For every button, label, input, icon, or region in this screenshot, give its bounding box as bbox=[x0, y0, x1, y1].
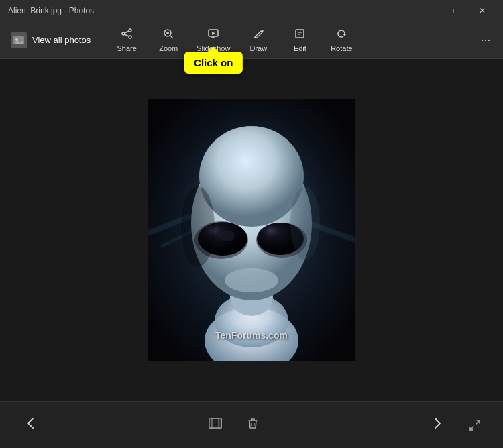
bottom-center bbox=[202, 412, 266, 439]
svg-point-3 bbox=[129, 29, 131, 32]
fullscreen-button[interactable] bbox=[463, 413, 487, 437]
svg-rect-17 bbox=[296, 30, 304, 38]
tooltip-text: Click on bbox=[194, 57, 233, 68]
bottom-bar bbox=[0, 401, 503, 448]
filmstrip-icon bbox=[208, 416, 223, 434]
svg-point-5 bbox=[129, 36, 131, 38]
svg-point-43 bbox=[181, 186, 215, 267]
photos-app-icon bbox=[11, 32, 27, 48]
close-button[interactable]: ✕ bbox=[467, 0, 498, 21]
next-icon bbox=[430, 416, 445, 435]
more-icon: ··· bbox=[480, 33, 490, 47]
previous-button[interactable] bbox=[16, 410, 46, 440]
rotate-button[interactable]: Rotate bbox=[321, 23, 361, 56]
slideshow-wrapper: Slideshow Click on bbox=[190, 23, 237, 56]
svg-line-6 bbox=[125, 31, 129, 33]
window-title: Alien_Brink.jpg - Photos bbox=[5, 6, 405, 15]
delete-icon bbox=[245, 416, 260, 434]
toolbar: View all photos Share bbox=[0, 21, 503, 59]
svg-point-42 bbox=[225, 268, 278, 292]
svg-line-9 bbox=[170, 36, 173, 38]
rotate-label: Rotate bbox=[331, 44, 352, 52]
main-content: TenForums.com bbox=[0, 59, 503, 401]
maximize-button[interactable]: □ bbox=[436, 0, 467, 21]
svg-point-4 bbox=[122, 32, 125, 35]
more-options-button[interactable]: ··· bbox=[473, 28, 498, 52]
draw-icon bbox=[252, 27, 264, 42]
click-on-tooltip: Click on bbox=[184, 52, 242, 74]
edit-button[interactable]: Edit bbox=[280, 23, 320, 56]
share-button[interactable]: Share bbox=[107, 23, 147, 56]
zoom-label: Zoom bbox=[159, 44, 178, 52]
draw-label: Draw bbox=[250, 44, 268, 52]
filmstrip-button[interactable] bbox=[202, 412, 229, 439]
window-controls: ─ □ ✕ bbox=[405, 0, 498, 21]
edit-icon bbox=[294, 27, 306, 42]
watermark: TenForums.com bbox=[215, 330, 288, 341]
prev-icon bbox=[23, 416, 38, 435]
alien-image: TenForums.com bbox=[148, 99, 355, 361]
title-bar: Alien_Brink.jpg - Photos ─ □ ✕ bbox=[0, 0, 503, 21]
svg-marker-20 bbox=[343, 34, 346, 36]
zoom-button[interactable]: Zoom bbox=[148, 23, 188, 56]
next-button[interactable] bbox=[423, 410, 452, 440]
slideshow-icon bbox=[207, 27, 219, 42]
share-label: Share bbox=[117, 44, 137, 52]
svg-point-36 bbox=[219, 231, 235, 241]
share-icon bbox=[121, 27, 133, 42]
view-all-photos-button[interactable]: View all photos bbox=[5, 30, 96, 51]
photo-container: TenForums.com bbox=[148, 99, 355, 361]
view-all-photos-label: View all photos bbox=[32, 35, 91, 45]
zoom-icon bbox=[162, 27, 174, 42]
edit-label: Edit bbox=[294, 44, 306, 52]
draw-button[interactable]: Draw bbox=[238, 23, 278, 56]
toolbar-actions: Share Zoom bbox=[107, 23, 471, 56]
svg-line-7 bbox=[125, 34, 129, 36]
rotate-icon bbox=[335, 27, 347, 42]
svg-point-44 bbox=[290, 186, 320, 260]
svg-marker-15 bbox=[212, 32, 215, 35]
svg-rect-46 bbox=[209, 418, 212, 428]
delete-button[interactable] bbox=[239, 412, 266, 439]
svg-point-32 bbox=[199, 126, 304, 227]
alien-svg bbox=[148, 99, 355, 361]
svg-rect-47 bbox=[219, 418, 221, 428]
minimize-button[interactable]: ─ bbox=[405, 0, 436, 21]
